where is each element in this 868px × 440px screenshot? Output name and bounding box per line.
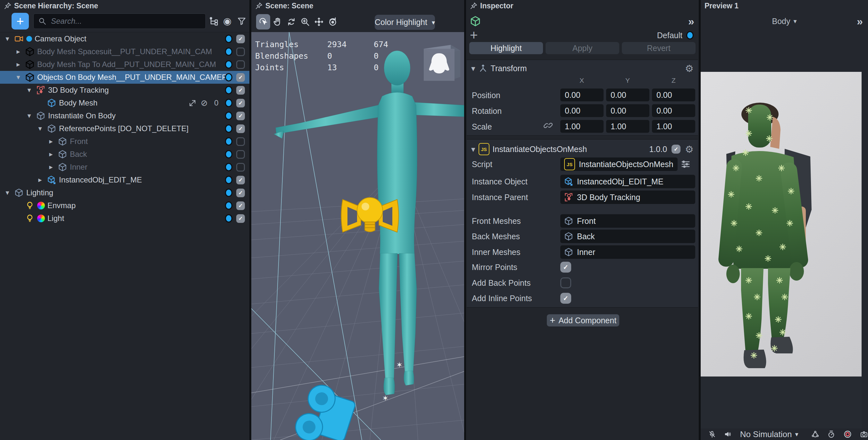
- tree-row-referencepoints-do-not-delete[interactable]: ▾ReferencePoints [DO_NOT_DELETE]✓: [0, 122, 249, 135]
- layer-dot[interactable]: [225, 188, 232, 197]
- camera-gizmo[interactable]: [292, 381, 358, 440]
- layer-dot[interactable]: [225, 86, 232, 94]
- tree-row-inner[interactable]: ▸Inner: [0, 161, 249, 174]
- simulation-dropdown[interactable]: No Simulation ▾: [740, 430, 799, 439]
- layer-dot[interactable]: [225, 137, 232, 146]
- visibility-checkbox[interactable]: ✓: [236, 214, 245, 223]
- default-dot[interactable]: [686, 31, 694, 39]
- chevron-down-icon[interactable]: ▾: [14, 73, 23, 82]
- position-x-field[interactable]: 0.00: [560, 89, 603, 101]
- color-highlight-dropdown[interactable]: Color Highlight ▾: [375, 15, 435, 30]
- rotate-view-icon[interactable]: [326, 14, 340, 30]
- tree-row-light[interactable]: Light✓: [0, 212, 249, 225]
- chevron-right-icon[interactable]: ▸: [47, 163, 55, 171]
- layer-dot[interactable]: [225, 99, 232, 107]
- filter-icon[interactable]: [237, 17, 246, 26]
- link-scale-icon[interactable]: [544, 121, 553, 130]
- chevron-down-icon[interactable]: ▾: [3, 188, 11, 197]
- layer-dot[interactable]: [225, 150, 232, 158]
- record-icon[interactable]: [844, 429, 851, 439]
- add-component-button[interactable]: + Add Component: [547, 314, 619, 326]
- scale-z-field[interactable]: 1.00: [652, 120, 695, 133]
- layer-dot[interactable]: [225, 201, 232, 210]
- visibility-checkbox[interactable]: ✓: [236, 188, 245, 197]
- front-meshes-field[interactable]: Front: [560, 214, 695, 228]
- visibility-checkbox[interactable]: ✓: [236, 124, 245, 133]
- render-order-icon[interactable]: [188, 99, 197, 107]
- visibility-checkbox[interactable]: ✓: [236, 176, 245, 184]
- camera-preview-feed[interactable]: [701, 72, 862, 377]
- layer-dot[interactable]: [225, 73, 232, 82]
- tree-view-icon[interactable]: [209, 17, 219, 26]
- inner-meshes-field[interactable]: Inner: [560, 245, 695, 259]
- component-enabled-checkbox[interactable]: ✓: [672, 145, 681, 154]
- layer-dot[interactable]: [225, 176, 232, 184]
- highlight-button[interactable]: Highlight: [469, 42, 543, 54]
- gear-icon[interactable]: ⚙: [685, 144, 694, 155]
- rotation-z-field[interactable]: 0.00: [652, 104, 695, 117]
- chevron-right-icon[interactable]: ▸: [47, 137, 55, 146]
- hierarchy-search[interactable]: [33, 13, 206, 29]
- position-z-field[interactable]: 0.00: [652, 89, 695, 101]
- collapse-panel-icon[interactable]: »: [688, 15, 694, 28]
- orbit-rotate-icon[interactable]: [284, 14, 299, 30]
- script-field[interactable]: JSInstantiateObjectsOnMesh: [560, 157, 678, 171]
- tree-row-front[interactable]: ▸Front: [0, 135, 249, 148]
- layer-dot[interactable]: [225, 60, 232, 69]
- mixer-icon[interactable]: [681, 159, 690, 169]
- preview-mode-dropdown[interactable]: Body ▾: [772, 17, 797, 26]
- no-material-icon[interactable]: ⊘: [200, 98, 208, 108]
- revert-button[interactable]: Revert: [622, 42, 695, 54]
- gear-icon[interactable]: ⚙: [685, 63, 694, 74]
- tree-row-instantiate-on-body[interactable]: ▾Instantiate On Body✓: [0, 109, 249, 122]
- select-cursor-icon[interactable]: [256, 14, 270, 30]
- visibility-checkbox[interactable]: ✓: [236, 112, 245, 120]
- tree-row-lighting[interactable]: ▾Lighting✓: [0, 186, 249, 199]
- rotation-y-field[interactable]: 0.00: [606, 104, 649, 117]
- layer-dot[interactable]: [225, 112, 232, 120]
- pin-icon[interactable]: [4, 2, 11, 10]
- apply-button[interactable]: Apply: [546, 42, 619, 54]
- stopwatch-icon[interactable]: [827, 429, 835, 439]
- scale-y-field[interactable]: 1.00: [606, 120, 649, 133]
- scale-x-field[interactable]: 1.00: [560, 120, 603, 133]
- visibility-checkbox[interactable]: ✓: [236, 73, 245, 82]
- add-inline-points-checkbox[interactable]: ✓: [560, 293, 571, 304]
- back-meshes-field[interactable]: Back: [560, 230, 695, 243]
- pin-icon[interactable]: [255, 2, 263, 10]
- zoom-magnifier-icon[interactable]: [298, 14, 312, 30]
- layer-dot[interactable]: [225, 35, 232, 43]
- layer-dot[interactable]: [225, 124, 232, 133]
- move-pan-icon[interactable]: [312, 14, 326, 30]
- tree-row-envmap[interactable]: Envmap✓: [0, 199, 249, 212]
- eye-icon[interactable]: ◉: [223, 16, 231, 27]
- visibility-checkbox[interactable]: [236, 137, 245, 146]
- snapshot-camera-icon[interactable]: [860, 429, 868, 439]
- chevron-right-icon[interactable]: ▸: [36, 176, 44, 184]
- add-back-points-checkbox[interactable]: [560, 277, 571, 288]
- hand-pan-icon[interactable]: [271, 14, 285, 30]
- chevron-down-icon[interactable]: ▾: [25, 86, 33, 94]
- visibility-checkbox[interactable]: ✓: [236, 86, 245, 95]
- add-object-button[interactable]: +: [11, 13, 29, 30]
- tree-row-3d-body-tracking[interactable]: ▾3D Body Tracking✓: [0, 84, 249, 96]
- chevron-right-icon[interactable]: ▸: [47, 150, 55, 158]
- chevron-down-icon[interactable]: ▾: [3, 35, 11, 43]
- tree-row-body-mesh-tap-to-add-put-under-main-cam[interactable]: ▸Body Mesh Tap To Add__PUT_UNDER_MAIN_CA…: [0, 58, 249, 71]
- search-input[interactable]: [50, 17, 201, 26]
- instance-object-field[interactable]: InstancedObj_EDIT_ME: [560, 175, 695, 188]
- chevron-right-icon[interactable]: ▸: [14, 60, 23, 69]
- tree-row-back[interactable]: ▸Back: [0, 148, 249, 161]
- pin-icon[interactable]: [470, 2, 477, 10]
- mirror-points-checkbox[interactable]: ✓: [560, 262, 571, 272]
- visibility-checkbox[interactable]: ✓: [236, 99, 245, 108]
- rotation-x-field[interactable]: 0.00: [560, 104, 603, 117]
- speaker-icon[interactable]: [724, 430, 732, 439]
- visibility-checkbox[interactable]: [236, 60, 245, 69]
- microphone-muted-icon[interactable]: [708, 430, 716, 439]
- tree-row-camera-object[interactable]: ▾Camera Object✓: [0, 32, 249, 45]
- chevron-down-icon[interactable]: ▾: [36, 124, 44, 133]
- tree-row-body-mesh[interactable]: Body Mesh⊘0✓: [0, 96, 249, 109]
- chevron-right-icon[interactable]: ▸: [14, 48, 23, 56]
- visibility-checkbox[interactable]: [236, 150, 245, 159]
